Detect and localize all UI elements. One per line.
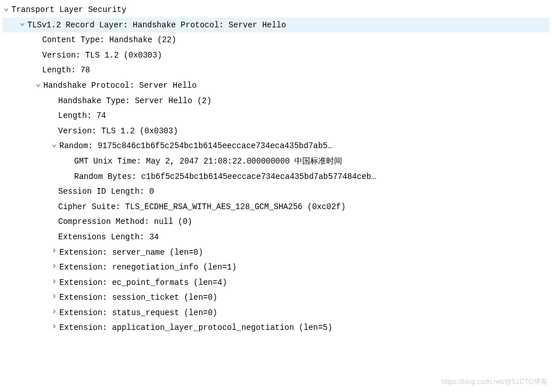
- tree-row-handshake-version[interactable]: Version: TLS 1.2 (0x0303): [2, 124, 550, 139]
- tree-row-extension[interactable]: Extension: ec_point_formats (len=4): [2, 275, 550, 291]
- random-label: Random: 9175c846c1b6f5c254bc1b6145eeccac…: [59, 138, 332, 154]
- tree-row-record-layer[interactable]: TLSv1.2 Record Layer: Handshake Protocol…: [2, 18, 550, 33]
- tree-row-length[interactable]: Length: 78: [2, 63, 550, 78]
- tree-row-random-bytes[interactable]: Random Bytes: c1b6f5c254bc1b6145eeccace7…: [2, 169, 550, 185]
- session-id-length: Session ID Length: 0: [58, 184, 154, 199]
- tree-row-cipher-suite[interactable]: Cipher Suite: TLS_ECDHE_RSA_WITH_AES_128…: [2, 199, 550, 215]
- tree-row-handshake-type[interactable]: Handshake Type: Server Hello (2): [2, 93, 550, 109]
- content-type: Content Type: Handshake (22): [42, 32, 176, 48]
- tree-row-handshake[interactable]: Handshake Protocol: Server Hello: [2, 78, 550, 93]
- extension-label: Extension: server_name (len=0): [59, 245, 203, 260]
- extension-label: Extension: ec_point_formats (len=4): [59, 275, 227, 291]
- record-layer-label: TLSv1.2 Record Layer: Handshake Protocol…: [27, 18, 286, 33]
- handshake-label: Handshake Protocol: Server Hello: [43, 78, 197, 93]
- tree-row-random[interactable]: Random: 9175c846c1b6f5c254bc1b6145eeccac…: [2, 138, 550, 154]
- chevron-right-icon[interactable]: [50, 246, 58, 258]
- tree-row-content-type[interactable]: Content Type: Handshake (22): [2, 32, 550, 48]
- cipher-suite: Cipher Suite: TLS_ECDHE_RSA_WITH_AES_128…: [58, 199, 346, 215]
- version: Version: TLS 1.2 (0x0303): [42, 48, 162, 63]
- handshake-length: Length: 74: [58, 108, 106, 124]
- tree-row-extension[interactable]: Extension: server_name (len=0): [2, 245, 550, 260]
- chevron-right-icon[interactable]: [50, 277, 58, 289]
- chevron-down-icon[interactable]: [34, 80, 42, 92]
- compression: Compression Method: null (0): [58, 214, 192, 230]
- chevron-down-icon[interactable]: [50, 140, 58, 152]
- tree-row-gmt-time[interactable]: GMT Unix Time: May 2, 2047 21:08:22.0000…: [2, 154, 550, 169]
- watermark: https://blog.csdn.net/@51CTO博客: [442, 375, 547, 389]
- tree-row-root[interactable]: Transport Layer Security: [2, 2, 550, 18]
- chevron-right-icon[interactable]: [50, 292, 58, 304]
- extensions-length: Extensions Length: 34: [58, 230, 159, 245]
- chevron-right-icon[interactable]: [50, 322, 58, 334]
- tree-row-extension[interactable]: Extension: session_ticket (len=0): [2, 290, 550, 305]
- tree-row-extension[interactable]: Extension: application_layer_protocol_ne…: [2, 320, 550, 336]
- tree-row-extensions-length[interactable]: Extensions Length: 34: [2, 230, 550, 245]
- chevron-right-icon[interactable]: [50, 307, 58, 319]
- chevron-right-icon[interactable]: [50, 262, 58, 273]
- length: Length: 78: [42, 63, 90, 78]
- tree-row-extension[interactable]: Extension: renegotiation_info (len=1): [2, 260, 550, 275]
- extension-label: Extension: session_ticket (len=0): [59, 290, 217, 305]
- tree-row-session-id[interactable]: Session ID Length: 0: [2, 184, 550, 199]
- root-label: Transport Layer Security: [11, 2, 127, 18]
- tree-row-handshake-length[interactable]: Length: 74: [2, 108, 550, 124]
- gmt-time: GMT Unix Time: May 2, 2047 21:08:22.0000…: [74, 154, 342, 169]
- extension-label: Extension: status_request (len=0): [59, 305, 217, 321]
- chevron-down-icon[interactable]: [18, 19, 26, 31]
- handshake-type: Handshake Type: Server Hello (2): [58, 93, 212, 109]
- handshake-version: Version: TLS 1.2 (0x0303): [58, 124, 178, 139]
- extension-label: Extension: application_layer_protocol_ne…: [59, 320, 332, 336]
- tree-row-version[interactable]: Version: TLS 1.2 (0x0303): [2, 48, 550, 63]
- extension-label: Extension: renegotiation_info (len=1): [59, 260, 237, 275]
- tree-row-extension[interactable]: Extension: status_request (len=0): [2, 305, 550, 321]
- random-bytes: Random Bytes: c1b6f5c254bc1b6145eeccace7…: [74, 169, 376, 185]
- tree-row-compression[interactable]: Compression Method: null (0): [2, 214, 550, 230]
- chevron-down-icon[interactable]: [2, 4, 10, 16]
